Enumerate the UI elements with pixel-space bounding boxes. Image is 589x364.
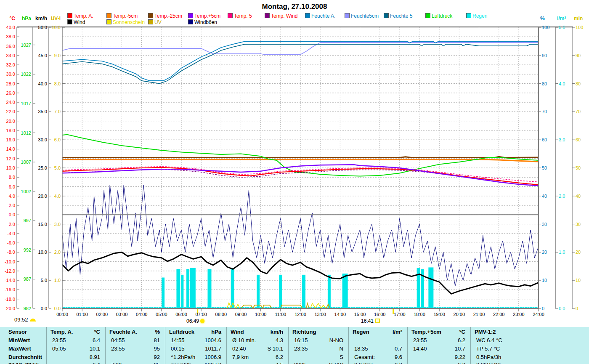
legend-swatch [466, 13, 471, 18]
legend-label: Temp.-5cm [113, 13, 138, 19]
sunset-note: 16:41 [361, 318, 380, 324]
x-tick-label: 12:00 [291, 312, 310, 317]
x-tick-label: 17:00 [390, 312, 409, 317]
sunrise-note: 06:49 [186, 318, 204, 324]
tick-label-pressure-axis: 1022 [16, 72, 31, 77]
cell-value: 4.5 [231, 361, 283, 364]
legend-swatch [67, 13, 72, 18]
table-divider [165, 327, 165, 364]
axis-unit-rain-axis: l/m² [557, 16, 566, 21]
row-label: Durchschnitt [8, 354, 42, 361]
legend-label: Temp. 5 [234, 13, 252, 19]
legend-label: Feuchte 5 [390, 13, 412, 19]
daylength-sun-icon [30, 319, 36, 321]
x-tick-label: 20:00 [450, 312, 468, 317]
tick-label-humidity-axis: 60 [542, 137, 547, 142]
legend-label: Regen [472, 13, 487, 19]
tick-label-temp-axis: 38.0 [0, 34, 15, 39]
tick-label-temp-axis: 18.0 [0, 128, 15, 133]
legend-label: UV [154, 19, 162, 25]
tick-label-sunshine-axis: 80 [576, 81, 581, 86]
tick-label-humidity-axis: 80 [542, 81, 547, 86]
table-divider [226, 327, 227, 364]
legend-item-temp-5: Temp. 5 [228, 13, 252, 18]
cell-value: 6.2 [411, 337, 465, 344]
tick-label-wind-axis: 25.0 [32, 165, 47, 170]
cell-value: 0.7 [353, 345, 402, 352]
legend-swatch [384, 13, 389, 18]
legend-label: Temp. Wind [271, 13, 297, 19]
rain-bar [342, 274, 348, 308]
x-tick-label: 05:00 [152, 312, 171, 317]
tick-label-humidity-axis: 50 [542, 165, 547, 170]
tick-label-sunshine-axis: 20 [576, 250, 581, 255]
legend-item-temp-25cm: Temp.-25cm [148, 13, 182, 18]
tick-label-temp-axis: 0.0 [0, 212, 15, 217]
x-tick-label: 22:00 [490, 312, 508, 317]
axis-unit-wind-axis: km/h [33, 16, 47, 21]
tick-label-temp-axis: 36.0 [0, 44, 15, 49]
legend-label: Temp. A. [74, 13, 93, 19]
cell-value: 1011.7 [169, 345, 221, 352]
legend-item-regen: Regen [466, 13, 487, 18]
tick-label-temp-axis: 14.0 [0, 146, 15, 151]
tick-label-temp-axis: -18.0 [0, 297, 15, 302]
rain-bar [428, 267, 433, 308]
tick-label-temp-axis: -14.0 [0, 278, 15, 283]
legend-label: Luftdruck [432, 13, 452, 19]
cell-value: 4.3 [231, 337, 283, 344]
legend-swatch [148, 19, 153, 24]
tick-label-humidity-axis: 0 [542, 306, 544, 311]
tick-label-temp-axis: 24.0 [0, 100, 15, 105]
cell-text: WC 6.4 °C [476, 337, 502, 344]
legend-label: Feuchte A. [311, 13, 335, 19]
tick-label-pressure-axis: 982 [16, 306, 31, 311]
x-tick-label: 02:00 [93, 312, 111, 317]
row-label: MinWert [8, 337, 30, 344]
tick-label-humidity-axis: 100 [542, 25, 549, 30]
col-header: PMV-1:2 [475, 329, 496, 335]
col-unit: km/h [231, 329, 283, 335]
tick-label-sunshine-axis: 10 [576, 278, 581, 283]
tick-label-temp-axis: 28.0 [0, 81, 15, 86]
legend-item-sonnenschein: Sonnenschein [106, 19, 145, 24]
tick-label-temp-axis: -4.0 [0, 231, 15, 236]
cell-value: 1004.6 [169, 337, 221, 344]
legend-item-wind: Wind [67, 19, 85, 24]
rain-bar [207, 269, 211, 308]
cell-value: 6.4 [50, 361, 100, 364]
table-divider [105, 327, 106, 364]
x-tick-label: 15:00 [351, 312, 369, 317]
tick-label-uv-axis: 10.0 [45, 25, 61, 30]
legend-swatch [188, 19, 193, 24]
x-tick-label: 01:00 [73, 312, 91, 317]
legend-item-temp-5cm: Temp.+5cm [188, 13, 220, 18]
rain-bar [162, 278, 164, 308]
legend-item-windb-en: Windböen [188, 19, 217, 24]
x-tick-label: 09:00 [232, 312, 250, 317]
legend-swatch [67, 19, 72, 24]
legend-item-luftdruck: Luftdruck [425, 13, 452, 18]
tick-label-humidity-axis: 90 [542, 53, 547, 58]
cell-value: 6.4 [50, 337, 100, 344]
tick-label-temp-axis: 10.0 [0, 165, 15, 170]
legend-label: Sonnenschein [113, 19, 145, 25]
sunrise-time: 06:49 [186, 318, 199, 324]
x-tick-label: 06:00 [172, 312, 191, 317]
tick-label-rain-axis: 1.0 [559, 250, 565, 255]
tick-label-temp-axis: -10.0 [0, 259, 15, 264]
tick-label-sunshine-axis: 40 [576, 194, 581, 199]
rain-bar [186, 269, 189, 308]
tick-label-temp-axis: 2.0 [0, 203, 15, 208]
cell-value: S [292, 354, 343, 361]
cell-value: 92 [109, 354, 160, 361]
legend-label: Temp.-25cm [154, 13, 182, 19]
tick-label-pressure-axis: 1002 [16, 189, 31, 194]
cell-value: 10.7 [411, 345, 465, 352]
x-tick-label: 10:00 [252, 312, 270, 317]
tick-label-temp-axis: -20.0 [0, 306, 15, 311]
tick-label-temp-axis: -6.0 [0, 240, 15, 245]
tick-label-sunshine-axis: 30 [576, 222, 581, 227]
tick-label-wind-axis: 45.0 [32, 53, 47, 58]
legend-swatch [345, 13, 350, 18]
